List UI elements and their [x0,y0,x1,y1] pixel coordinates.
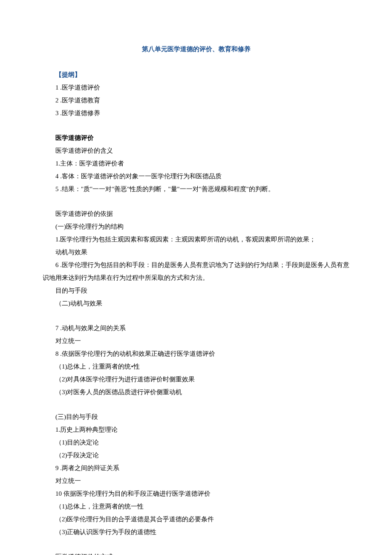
sub2-title: 医学道德评价的依据 [43,207,349,220]
sub2-p6: （二)动机与效果 [43,297,349,310]
section1-header: 医学道德评价 [43,131,349,144]
outline-item-2: 2 .医学道德教育 [43,94,349,107]
outline-header: 【提纲】 [43,68,349,81]
sub2-p11: （2)对具体医学伦理行为进行道德评价时侧重效果 [43,373,349,386]
sub2-p7: 7 .动机与效果之间的关系 [43,322,349,334]
outline-item-3: 3 .医学道德修养 [43,107,349,119]
spacer [43,398,349,410]
sub1-title: 医学道德评价的含义 [43,144,349,157]
sub2-p19: 10 依据医学伦理行为目的和手段正确进行医学道德评价 [43,487,349,500]
sub2-p9: 8 .依据医学伦理行为的动机和效果正确进行医学道德评价 [43,347,349,360]
sub2-p10: （1)总体上，注重两者的统•性 [43,360,349,373]
sub2-p16: （2)手段决定论 [43,449,349,462]
sub2-p4: 6 .医学伦理行为包括目的和手段：目的是医务人员有意识地为了达到的行为结果；手段… [43,259,349,284]
sub2-p18: 对立统一 [43,474,349,487]
outline-item-1: 1 .医学道德评价 [43,81,349,94]
sub2-p8: 对立统一 [43,334,349,347]
sub1-line2: 4 .客体：医学道德评价的对象一一医学伦理行为和医德品质 [43,170,349,183]
sub2-p3: 动机与效果 [43,246,349,259]
sub2-p12: （3)对医务人员的医德品质进行评价侧重动机 [43,386,349,398]
spacer [43,310,349,322]
sub2-p21: （2)医学伦理行为目的合乎道德是其合乎道德的必要条件 [43,513,349,526]
spacer [43,538,349,550]
sub2-p14: 1.历史上两种典型理论 [43,423,349,436]
sub3-title: 医学道德评价的方式 [43,550,349,555]
sub1-line1: 1.主体：医学道德评价者 [43,157,349,170]
spacer [43,119,349,131]
sub1-line3: 5 .结果："质"一一对"善恶"性质的判断，"量"一一对"善恶规模和程度"的判断… [43,183,349,195]
page-title: 第八单元医学道德的评价、教育和修养 [43,43,349,55]
sub2-p5: 目的与手段 [43,284,349,297]
spacer [43,195,349,207]
sub2-p13: (三)目的与手段 [43,410,349,423]
sub2-p17: 9 .两者之间的辩证关系 [43,462,349,474]
sub2-p20: （1)总体上，注意两者的统一性 [43,500,349,513]
sub2-p15: （1)目的决定论 [43,436,349,449]
sub2-p2: 1.医学伦理行为包括主观因素和客观因素：主观因素即所谓的动机，客观因素即所谓的效… [43,233,349,246]
sub2-p22: （3)正确认识医学行为手段的道德性 [43,526,349,538]
sub2-p1: (一)医学伦理行为的结构 [43,220,349,233]
